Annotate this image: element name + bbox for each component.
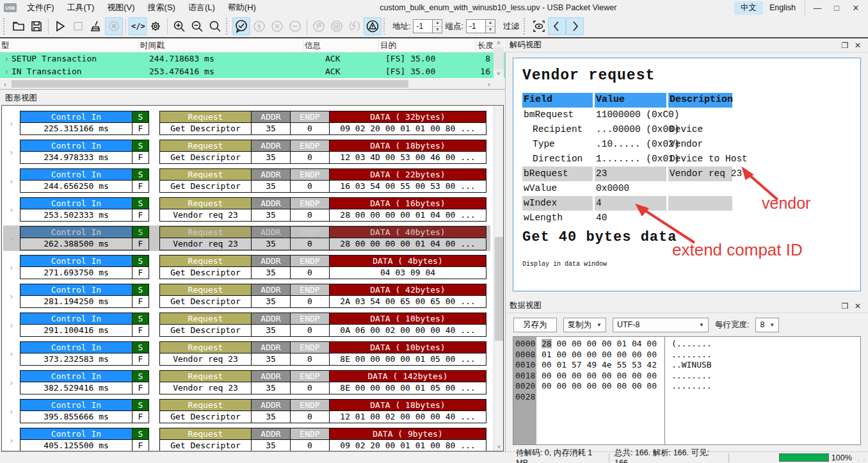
menu-language[interactable]: 语言(L) <box>182 1 221 15</box>
record-button[interactable] <box>105 17 123 35</box>
zoom-reset-button[interactable] <box>206 17 224 35</box>
menu-tools[interactable]: 工具(T) <box>61 1 101 15</box>
expander-icon[interactable]: › <box>3 111 20 135</box>
hscroll-track[interactable] <box>10 79 484 89</box>
scroll-down-icon[interactable]: ˅ <box>494 69 504 78</box>
expander-icon[interactable]: › <box>3 255 20 279</box>
graphics-transfer-row[interactable]: › Control In S 395.855666 ms F Request G… <box>3 398 490 424</box>
graphics-transfer-row[interactable]: › Control In S 405.125500 ms F Request G… <box>3 427 490 451</box>
float-panel-icon[interactable]: ❐ <box>839 301 851 311</box>
maximize-button[interactable]: □ <box>827 2 846 14</box>
filter-error-button[interactable] <box>268 17 286 35</box>
decode-row[interactable]: Type .10..... (0x02) Vendor <box>522 137 860 152</box>
zoom-in-button[interactable] <box>170 17 188 35</box>
transaction-hscrollbar[interactable]: ‹ › <box>0 79 494 89</box>
expander-icon[interactable]: › <box>3 370 20 394</box>
col-info[interactable]: 信息 <box>303 38 379 52</box>
graphics-transfer-row[interactable]: › Control In S 262.388500 ms F Request V… <box>3 225 490 251</box>
address-value[interactable]: -1 <box>414 20 432 33</box>
decode-row[interactable]: bmRequest 11000000 (0xC0) <box>522 108 860 122</box>
hex-row-bytes[interactable]: 00 00 00 00 00 00 00 00 <box>542 371 664 382</box>
lang-english-button[interactable]: English <box>763 2 802 13</box>
hex-row-ascii[interactable]: ........ <box>671 371 860 382</box>
graphics-transfer-row[interactable]: › Control In S 234.978333 ms F Request G… <box>3 139 490 165</box>
expander-icon[interactable]: › <box>3 284 20 308</box>
transaction-row[interactable]: ›IN Transaction 253.476416 ms ACK [FS] 3… <box>0 65 505 78</box>
zoom-out-button[interactable] <box>188 17 206 35</box>
toolbar-grip[interactable] <box>3 18 8 35</box>
hex-row-ascii[interactable]: (....... <box>671 339 860 350</box>
graphics-transfer-row[interactable]: › Control In S 291.100416 ms F Request G… <box>3 312 490 337</box>
hex-row-bytes[interactable]: 00 00 00 00 00 00 00 00 <box>542 381 664 392</box>
col-timestamp[interactable]: 时间戳 <box>139 38 303 52</box>
transaction-row[interactable]: ›SETUP Transaction 244.718683 ms ACK [FS… <box>0 53 505 65</box>
graphics-transfer-row[interactable]: › Control In S 271.693750 ms F Request G… <box>3 254 490 280</box>
hex-row-bytes[interactable]: 01 00 00 00 00 00 00 00 <box>542 350 664 361</box>
filter-flag-button[interactable] <box>310 17 328 35</box>
expander-icon[interactable]: › <box>3 341 20 366</box>
lang-chinese-button[interactable]: 中文 <box>734 1 763 15</box>
hex-viewer[interactable]: 000000080010001800200028 28 00 00 00 00 … <box>513 336 861 445</box>
row-width-dropdown[interactable]: 8 ▼ <box>755 318 779 332</box>
expander-icon[interactable]: › <box>0 65 12 78</box>
float-panel-icon[interactable]: ❐ <box>839 40 851 51</box>
vscroll-track[interactable] <box>494 47 504 69</box>
expander-icon[interactable]: › <box>3 168 20 193</box>
transaction-vscrollbar[interactable]: ˄ ˅ <box>494 38 504 78</box>
hex-row-bytes[interactable] <box>542 392 664 403</box>
spin-up-icon[interactable]: ▲ <box>486 20 495 27</box>
filter-power-button[interactable] <box>346 17 364 35</box>
raw-data-button[interactable]: </> <box>129 17 147 35</box>
expander-icon[interactable]: › <box>3 197 20 222</box>
toolbar-grip[interactable] <box>383 18 388 35</box>
spin-down-icon[interactable]: ▼ <box>433 27 442 33</box>
hex-ascii-column[interactable]: (.................WINUSB................ <box>664 337 860 444</box>
hex-selected-byte[interactable]: 28 <box>542 339 552 348</box>
filter-nak-button[interactable] <box>286 17 304 35</box>
settings-button[interactable] <box>147 17 165 35</box>
graphics-transfer-row[interactable]: › Control In S 382.529416 ms F Request V… <box>3 370 490 395</box>
expander-icon[interactable]: › <box>0 53 12 65</box>
scroll-down-icon[interactable]: ˅ <box>494 444 504 450</box>
menu-help[interactable]: 帮助(H) <box>221 1 262 15</box>
decode-row[interactable]: wLength 40 <box>522 211 860 225</box>
copy-as-dropdown[interactable]: 复制为 ▼ <box>563 318 606 332</box>
hex-row-ascii[interactable]: ........ <box>671 350 860 361</box>
expander-icon[interactable]: › <box>3 226 20 250</box>
hex-row-bytes[interactable]: 00 01 57 49 4e 55 53 42 <box>542 360 664 371</box>
col-type[interactable]: 型 <box>0 38 139 52</box>
close-button[interactable]: ✕ <box>846 2 865 14</box>
decode-row[interactable]: Direction 1....... (0x01) Device to Host <box>522 152 860 167</box>
toolbar-grip[interactable] <box>524 18 528 35</box>
decode-row[interactable]: bRequest 23 Vendor req 23 <box>522 167 860 181</box>
hex-row-bytes[interactable]: 28 00 00 00 00 01 04 00 <box>542 339 664 350</box>
spin-down-icon[interactable]: ▼ <box>486 27 495 33</box>
scroll-left-icon[interactable]: ‹ <box>0 81 10 88</box>
stop-capture-button[interactable] <box>69 17 87 35</box>
toolbar-grip[interactable] <box>226 18 230 35</box>
scroll-right-icon[interactable]: › <box>484 81 494 88</box>
col-destination[interactable]: 目的 <box>379 38 476 52</box>
expander-icon[interactable]: › <box>3 428 20 451</box>
close-panel-icon[interactable]: ✕ <box>851 301 864 311</box>
prev-button[interactable] <box>548 17 566 35</box>
graphics-vscrollbar[interactable]: ˅ <box>494 106 503 451</box>
graphics-transfer-row[interactable]: › Control In S 253.502333 ms F Request V… <box>3 197 490 222</box>
resize-grip[interactable]: ⡀⢀ <box>857 455 865 461</box>
menu-search[interactable]: 搜索(S) <box>141 1 182 15</box>
graphics-scroll-thumb[interactable] <box>495 237 503 341</box>
expander-icon[interactable]: › <box>3 140 20 164</box>
hex-row-ascii[interactable]: ........ <box>671 381 860 392</box>
decode-row[interactable]: Recipient ...00000 (0x00) Device <box>522 122 860 137</box>
open-file-button[interactable] <box>10 17 28 35</box>
graphics-transfer-row[interactable]: › Control In S 373.232583 ms F Request V… <box>3 341 490 366</box>
spin-up-icon[interactable]: ▲ <box>433 20 442 27</box>
filter-sof-button[interactable] <box>328 17 346 35</box>
filter-warning-button[interactable] <box>364 17 382 35</box>
start-capture-button[interactable] <box>51 17 69 35</box>
close-panel-icon[interactable]: ✕ <box>851 40 864 51</box>
hscroll-thumb[interactable] <box>12 80 408 88</box>
endpoint-value[interactable]: -1 <box>467 20 485 33</box>
minimize-button[interactable]: — <box>808 2 827 14</box>
hex-row-ascii[interactable] <box>671 392 860 403</box>
